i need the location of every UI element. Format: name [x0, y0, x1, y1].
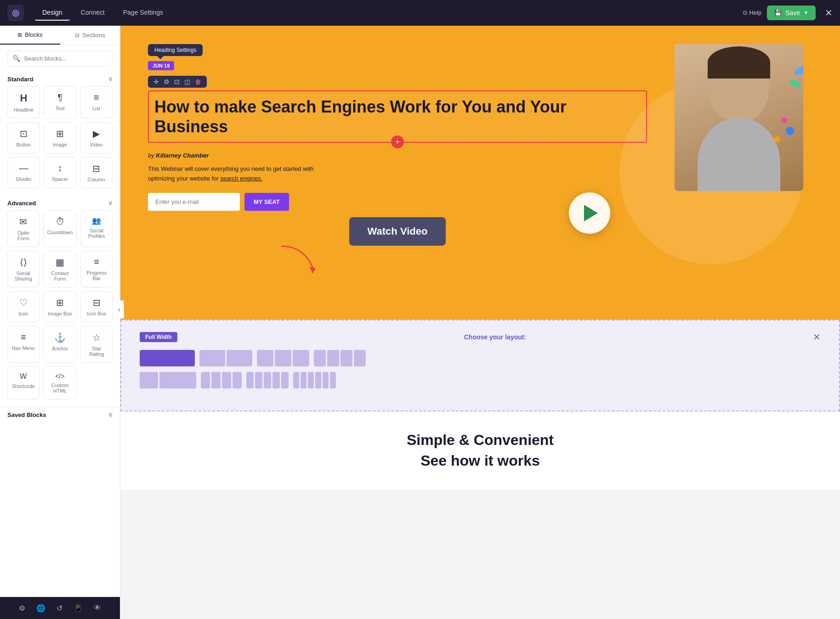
gear-icon[interactable]: ⚙ — [164, 78, 170, 85]
app-logo: ◎ — [7, 5, 24, 21]
image-icon: ⊞ — [56, 128, 64, 139]
nav-tab-page-settings[interactable]: Page Settings — [116, 5, 170, 21]
hero-section: Heading Settings JUN 19 ✛ ⚙ ⊡ ◫ 🗑 How to… — [120, 26, 840, 320]
settings-icon[interactable]: ⚙ — [19, 604, 25, 613]
block-contact-form[interactable]: ▦ Contact Form — [43, 251, 77, 287]
clone-icon[interactable]: ◫ — [184, 78, 190, 85]
optin-form-icon: ✉ — [19, 216, 27, 227]
save-dropdown-arrow: ▼ — [804, 10, 808, 15]
block-image[interactable]: ⊞ Image — [44, 122, 76, 153]
standard-collapse-icon[interactable]: ∨ — [108, 75, 113, 83]
mobile-icon[interactable]: 📱 — [74, 604, 83, 613]
block-divider[interactable]: — Divider — [7, 157, 40, 188]
block-countdown[interactable]: ⏱ Countdown — [43, 210, 77, 247]
block-list[interactable]: ≡ List — [80, 86, 113, 118]
block-star-rating[interactable]: ☆ Star Rating — [80, 326, 113, 363]
advanced-blocks-grid: ✉ Optin Form ⏱ Countdown 👥 Social Profil… — [0, 210, 120, 407]
block-headline[interactable]: H Headline — [7, 86, 40, 118]
full-width-badge: Full Width — [140, 332, 177, 342]
layout-close-button[interactable]: ✕ — [813, 332, 821, 343]
anchor-icon: ⚓ — [54, 332, 66, 343]
block-optin-form[interactable]: ✉ Optin Form — [7, 210, 40, 247]
reserve-seat-button[interactable]: MY SEAT — [244, 193, 289, 211]
choose-layout-text: Choose your layout: — [464, 333, 526, 341]
block-icon[interactable]: ♡ Icon — [7, 291, 40, 322]
layout-5col[interactable] — [246, 372, 289, 388]
move-icon[interactable]: ✛ — [153, 78, 159, 85]
date-badge: JUN 19 — [148, 61, 174, 70]
delete-icon[interactable]: 🗑 — [195, 78, 201, 85]
canvas-area: Heading Settings JUN 19 ✛ ⚙ ⊡ ◫ 🗑 How to… — [120, 26, 840, 619]
tab-blocks[interactable]: ⊞ Blocks — [0, 26, 60, 45]
add-below-button[interactable]: + — [391, 135, 404, 148]
nav-tab-design[interactable]: Design — [35, 5, 70, 21]
search-input[interactable] — [24, 55, 108, 62]
block-progress-bar[interactable]: ≡ Progress Bar — [80, 251, 113, 287]
nav-tabs: Design Connect Page Settings — [35, 5, 170, 21]
hero-right — [665, 44, 812, 191]
tab-sections[interactable]: ⊟ Sections — [60, 26, 120, 45]
block-button[interactable]: ⊡ Button — [7, 122, 40, 153]
layout-col-1[interactable] — [140, 350, 195, 366]
standard-section-header: Standard ∨ — [0, 72, 120, 86]
eye-icon[interactable]: 👁 — [94, 604, 101, 612]
custom-html-icon: </> — [55, 372, 64, 380]
heading-box[interactable]: How to make Search Engines Work for You … — [148, 90, 647, 143]
countdown-icon: ⏱ — [56, 216, 65, 227]
author-line: by Killarney Chamber — [148, 152, 647, 159]
layout-4col[interactable] — [314, 350, 366, 366]
image-box-icon: ⊞ — [56, 297, 64, 308]
block-icon-box[interactable]: ⊟ Icon Box — [80, 291, 113, 322]
headline-icon: H — [20, 92, 28, 104]
close-button[interactable]: ✕ — [825, 7, 833, 18]
layout-3col[interactable] — [257, 350, 309, 366]
globe-icon[interactable]: 🌐 — [36, 604, 45, 613]
help-button[interactable]: ⊙ Help — [743, 9, 761, 16]
email-input[interactable] — [148, 193, 240, 211]
saved-blocks-collapse-icon[interactable]: ∨ — [108, 411, 113, 418]
block-anchor[interactable]: ⚓ Anchor — [43, 326, 77, 363]
sidebar-collapse-handle[interactable]: ‹ — [115, 300, 124, 319]
block-social-profiles[interactable]: 👥 Social Profiles — [80, 210, 113, 247]
block-image-box[interactable]: ⊞ Image Box — [43, 291, 77, 322]
contact-form-icon: ▦ — [56, 257, 64, 268]
popup-arrow — [157, 56, 164, 59]
copy-icon[interactable]: ⊡ — [174, 78, 180, 85]
block-custom-html[interactable]: </> Custom HTML — [43, 366, 77, 400]
search-icon: 🔍 — [12, 55, 20, 62]
text-icon: ¶ — [57, 92, 62, 103]
layout-6col[interactable] — [293, 372, 336, 388]
layout-4col-b[interactable] — [201, 372, 242, 388]
block-social-sharing[interactable]: ⟨⟩ Social Sharing — [7, 251, 40, 287]
play-button[interactable] — [569, 192, 610, 234]
play-triangle — [584, 205, 598, 221]
layout-1col[interactable] — [140, 350, 195, 366]
block-video[interactable]: ▶ Video — [80, 122, 113, 153]
save-button[interactable]: 💾 Save ▼ — [767, 6, 816, 20]
advanced-collapse-icon[interactable]: ∨ — [108, 199, 113, 207]
description-text: This Webinar will cover everything you n… — [148, 164, 332, 184]
layout-2col[interactable] — [199, 350, 252, 366]
heading-text: How to make Search Engines Work for You … — [154, 97, 641, 136]
block-text[interactable]: ¶ Text — [44, 86, 76, 118]
block-spacer[interactable]: ↕ Spacer — [44, 157, 76, 188]
refresh-icon[interactable]: ↺ — [57, 604, 62, 613]
layout-2col-asym-a[interactable] — [140, 372, 196, 388]
list-icon: ≡ — [94, 92, 99, 103]
top-nav: ◎ Design Connect Page Settings ⊙ Help 💾 … — [0, 0, 840, 26]
social-sharing-icon: ⟨⟩ — [20, 257, 27, 268]
layout-grid — [140, 350, 821, 388]
search-box[interactable]: 🔍 — [7, 51, 113, 66]
heading-settings-container: Heading Settings — [148, 44, 647, 59]
main-layout: ⊞ Blocks ⊟ Sections 🔍 Standard ∨ H Headl… — [0, 26, 840, 619]
bottom-section: Simple & Convenient See how it works — [120, 411, 840, 490]
layout-header: Full Width Choose your layout: ✕ — [140, 332, 821, 343]
block-shortcode[interactable]: W Shortcode — [7, 366, 40, 400]
block-nav-menu[interactable]: ≡ Nav Menu — [7, 326, 40, 363]
block-column[interactable]: ⊟ Column — [80, 157, 113, 188]
nav-right: ⊙ Help 💾 Save ▼ ✕ — [743, 6, 833, 20]
watch-video-button[interactable]: Watch Video — [349, 217, 446, 246]
person-photo — [675, 44, 803, 191]
nav-tab-connect[interactable]: Connect — [74, 5, 112, 21]
element-toolbar: ✛ ⚙ ⊡ ◫ 🗑 — [148, 76, 207, 88]
